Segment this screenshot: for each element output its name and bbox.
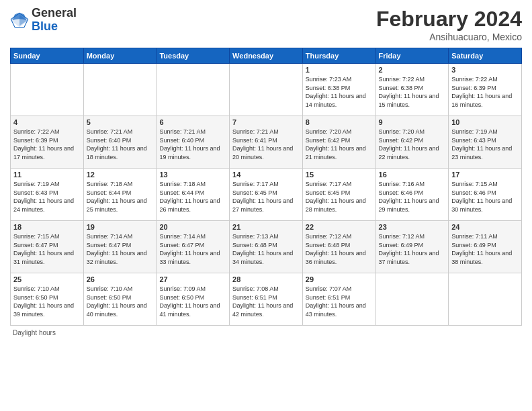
- day-cell: 24Sunrise: 7:11 AMSunset: 6:49 PMDayligh…: [449, 221, 522, 273]
- day-cell: [375, 273, 449, 326]
- day-number: 9: [379, 118, 446, 126]
- day-info: Sunrise: 7:16 AMSunset: 6:46 PMDaylight:…: [379, 180, 446, 214]
- day-info: Sunrise: 7:10 AMSunset: 6:50 PMDaylight:…: [13, 285, 81, 318]
- day-number: 12: [87, 171, 154, 179]
- day-info: Sunrise: 7:14 AMSunset: 6:47 PMDaylight:…: [159, 232, 226, 266]
- header-row: SundayMondayTuesdayWednesdayThursdayFrid…: [11, 48, 522, 64]
- week-row-0: 1Sunrise: 7:23 AMSunset: 6:38 PMDaylight…: [11, 64, 522, 116]
- day-number: 14: [232, 171, 300, 179]
- day-cell: 27Sunrise: 7:09 AMSunset: 6:50 PMDayligh…: [157, 273, 230, 326]
- day-number: 19: [87, 223, 154, 231]
- day-number: 26: [87, 275, 154, 283]
- day-number: 22: [306, 223, 373, 231]
- day-number: 25: [13, 275, 81, 283]
- day-info: Sunrise: 7:15 AMSunset: 6:46 PMDaylight:…: [451, 180, 519, 214]
- day-cell: 8Sunrise: 7:20 AMSunset: 6:42 PMDaylight…: [302, 116, 375, 169]
- day-info: Sunrise: 7:21 AMSunset: 6:40 PMDaylight:…: [87, 128, 154, 161]
- day-cell: 22Sunrise: 7:12 AMSunset: 6:48 PMDayligh…: [302, 221, 375, 273]
- day-info: Sunrise: 7:17 AMSunset: 6:45 PMDaylight:…: [306, 180, 373, 214]
- day-cell: 9Sunrise: 7:20 AMSunset: 6:42 PMDaylight…: [375, 116, 449, 169]
- logo-blue: Blue: [32, 20, 77, 34]
- day-number: 17: [451, 171, 519, 179]
- day-number: 18: [13, 223, 81, 231]
- day-info: Sunrise: 7:21 AMSunset: 6:41 PMDaylight:…: [232, 128, 300, 161]
- day-info: Sunrise: 7:08 AMSunset: 6:51 PMDaylight:…: [232, 285, 300, 318]
- day-info: Sunrise: 7:18 AMSunset: 6:44 PMDaylight:…: [159, 180, 226, 214]
- day-info: Sunrise: 7:09 AMSunset: 6:50 PMDaylight:…: [159, 285, 226, 318]
- header: General Blue February 2024 Ansihuacuaro,…: [10, 7, 522, 42]
- day-info: Sunrise: 7:19 AMSunset: 6:43 PMDaylight:…: [13, 180, 81, 214]
- day-cell: 2Sunrise: 7:22 AMSunset: 6:38 PMDaylight…: [375, 64, 449, 116]
- day-cell: [157, 64, 230, 116]
- day-cell: 26Sunrise: 7:10 AMSunset: 6:50 PMDayligh…: [83, 273, 157, 326]
- week-row-2: 11Sunrise: 7:19 AMSunset: 6:43 PMDayligh…: [11, 169, 522, 221]
- day-number: 28: [232, 275, 300, 283]
- title-block: February 2024 Ansihuacuaro, Mexico: [376, 7, 522, 42]
- col-header-sunday: Sunday: [11, 48, 84, 64]
- day-info: Sunrise: 7:10 AMSunset: 6:50 PMDaylight:…: [87, 285, 154, 318]
- day-number: 2: [379, 66, 446, 74]
- day-info: Sunrise: 7:19 AMSunset: 6:43 PMDaylight:…: [451, 128, 519, 161]
- day-info: Sunrise: 7:14 AMSunset: 6:47 PMDaylight:…: [87, 232, 154, 266]
- day-cell: 25Sunrise: 7:10 AMSunset: 6:50 PMDayligh…: [11, 273, 84, 326]
- day-cell: 23Sunrise: 7:12 AMSunset: 6:49 PMDayligh…: [375, 221, 449, 273]
- day-info: Sunrise: 7:23 AMSunset: 6:38 PMDaylight:…: [306, 75, 373, 109]
- day-cell: 1Sunrise: 7:23 AMSunset: 6:38 PMDaylight…: [302, 64, 375, 116]
- day-number: 27: [159, 275, 226, 283]
- day-number: 11: [13, 171, 81, 179]
- day-cell: 13Sunrise: 7:18 AMSunset: 6:44 PMDayligh…: [157, 169, 230, 221]
- calendar-title: February 2024: [376, 7, 522, 32]
- day-cell: 11Sunrise: 7:19 AMSunset: 6:43 PMDayligh…: [11, 169, 84, 221]
- day-number: 1: [306, 66, 373, 74]
- footer: Daylight hours: [10, 329, 522, 336]
- day-cell: 10Sunrise: 7:19 AMSunset: 6:43 PMDayligh…: [449, 116, 522, 169]
- day-number: 29: [306, 275, 373, 283]
- day-info: Sunrise: 7:15 AMSunset: 6:47 PMDaylight:…: [13, 232, 81, 266]
- day-cell: 4Sunrise: 7:22 AMSunset: 6:39 PMDaylight…: [11, 116, 84, 169]
- day-cell: 20Sunrise: 7:14 AMSunset: 6:47 PMDayligh…: [157, 221, 230, 273]
- day-cell: 12Sunrise: 7:18 AMSunset: 6:44 PMDayligh…: [83, 169, 157, 221]
- day-info: Sunrise: 7:21 AMSunset: 6:40 PMDaylight:…: [159, 128, 226, 161]
- calendar-table: SundayMondayTuesdayWednesdayThursdayFrid…: [10, 48, 522, 326]
- calendar-subtitle: Ansihuacuaro, Mexico: [376, 32, 522, 42]
- day-number: 5: [87, 118, 154, 126]
- day-cell: [11, 64, 84, 116]
- col-header-friday: Friday: [375, 48, 449, 64]
- logo-text: General Blue: [32, 7, 77, 34]
- day-info: Sunrise: 7:13 AMSunset: 6:48 PMDaylight:…: [232, 232, 300, 266]
- day-number: 7: [232, 118, 300, 126]
- day-cell: [449, 273, 522, 326]
- day-number: 4: [13, 118, 81, 126]
- calendar-page: General Blue February 2024 Ansihuacuaro,…: [0, 0, 532, 411]
- day-number: 23: [379, 223, 446, 231]
- day-cell: 18Sunrise: 7:15 AMSunset: 6:47 PMDayligh…: [11, 221, 84, 273]
- day-info: Sunrise: 7:22 AMSunset: 6:39 PMDaylight:…: [451, 75, 519, 109]
- day-cell: 3Sunrise: 7:22 AMSunset: 6:39 PMDaylight…: [449, 64, 522, 116]
- day-cell: 5Sunrise: 7:21 AMSunset: 6:40 PMDaylight…: [83, 116, 157, 169]
- day-number: 8: [306, 118, 373, 126]
- day-info: Sunrise: 7:22 AMSunset: 6:39 PMDaylight:…: [13, 128, 81, 161]
- day-number: 24: [451, 223, 519, 231]
- day-cell: 15Sunrise: 7:17 AMSunset: 6:45 PMDayligh…: [302, 169, 375, 221]
- day-info: Sunrise: 7:12 AMSunset: 6:48 PMDaylight:…: [306, 232, 373, 266]
- day-info: Sunrise: 7:11 AMSunset: 6:49 PMDaylight:…: [451, 232, 519, 266]
- day-number: 13: [159, 171, 226, 179]
- day-cell: 14Sunrise: 7:17 AMSunset: 6:45 PMDayligh…: [230, 169, 303, 221]
- day-cell: 28Sunrise: 7:08 AMSunset: 6:51 PMDayligh…: [230, 273, 303, 326]
- logo-icon: [10, 11, 29, 30]
- week-row-3: 18Sunrise: 7:15 AMSunset: 6:47 PMDayligh…: [11, 221, 522, 273]
- day-cell: 17Sunrise: 7:15 AMSunset: 6:46 PMDayligh…: [449, 169, 522, 221]
- col-header-tuesday: Tuesday: [157, 48, 230, 64]
- day-info: Sunrise: 7:17 AMSunset: 6:45 PMDaylight:…: [232, 180, 300, 214]
- logo-general: General: [32, 7, 77, 20]
- day-number: 10: [451, 118, 519, 126]
- footer-text: Daylight hours: [13, 329, 56, 336]
- day-info: Sunrise: 7:12 AMSunset: 6:49 PMDaylight:…: [379, 232, 446, 266]
- day-cell: [230, 64, 303, 116]
- day-cell: 29Sunrise: 7:07 AMSunset: 6:51 PMDayligh…: [302, 273, 375, 326]
- day-cell: [83, 64, 157, 116]
- day-cell: 19Sunrise: 7:14 AMSunset: 6:47 PMDayligh…: [83, 221, 157, 273]
- day-cell: 21Sunrise: 7:13 AMSunset: 6:48 PMDayligh…: [230, 221, 303, 273]
- col-header-thursday: Thursday: [302, 48, 375, 64]
- day-info: Sunrise: 7:07 AMSunset: 6:51 PMDaylight:…: [306, 285, 373, 318]
